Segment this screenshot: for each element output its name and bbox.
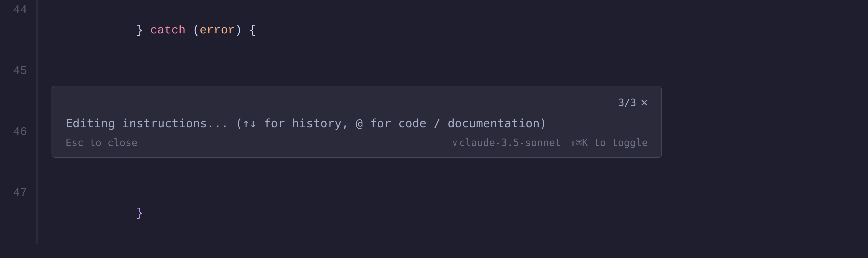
chevron-down-icon: ∨ bbox=[453, 139, 458, 148]
line-gutter-46 bbox=[36, 122, 38, 183]
popup-shortcut-hint: ⇧⌘K to toggle bbox=[570, 137, 648, 148]
popup-header: 3/3 ✕ bbox=[66, 95, 648, 110]
line-gutter-45 bbox=[36, 61, 38, 122]
code-line-44: 44 } catch (error) { bbox=[0, 0, 868, 61]
token: ( bbox=[186, 24, 199, 37]
line-gutter-47 bbox=[36, 183, 38, 244]
line-number-45: 45 bbox=[0, 61, 36, 81]
token: } bbox=[108, 24, 150, 37]
editor-container: 44 } catch (error) { 45 console.error('A… bbox=[0, 0, 868, 258]
code-line-47: 47 } bbox=[0, 183, 868, 244]
token-catch: catch bbox=[150, 24, 186, 37]
code-area: 44 } catch (error) { 45 console.error('A… bbox=[0, 0, 868, 258]
popup-instruction-text[interactable]: Editing instructions... (↑↓ for history,… bbox=[66, 116, 648, 130]
popup-esc-hint: Esc to close bbox=[66, 137, 137, 148]
popup-close-button[interactable]: ✕ bbox=[641, 95, 648, 110]
line-number-44: 44 bbox=[0, 0, 36, 20]
popup-counter: 3/3 bbox=[618, 97, 636, 108]
popup-model-selector[interactable]: ∨claude-3.5-sonnet bbox=[453, 137, 561, 148]
popup-right-controls: ∨claude-3.5-sonnet ⇧⌘K to toggle bbox=[453, 137, 648, 148]
token: ) { bbox=[235, 24, 256, 37]
line-number-46: 46 bbox=[0, 122, 36, 142]
suggestion-popup[interactable]: 3/3 ✕ Editing instructions... (↑↓ for hi… bbox=[52, 86, 662, 158]
line-content-47: } bbox=[38, 183, 143, 244]
line-number-47: 47 bbox=[0, 183, 36, 203]
popup-footer: Esc to close ∨claude-3.5-sonnet ⇧⌘K to t… bbox=[66, 137, 648, 148]
line-gutter-44 bbox=[36, 0, 38, 61]
line-content-44: } catch (error) { bbox=[38, 0, 256, 61]
token-brace: } bbox=[108, 207, 143, 220]
token-param: error bbox=[199, 24, 235, 37]
